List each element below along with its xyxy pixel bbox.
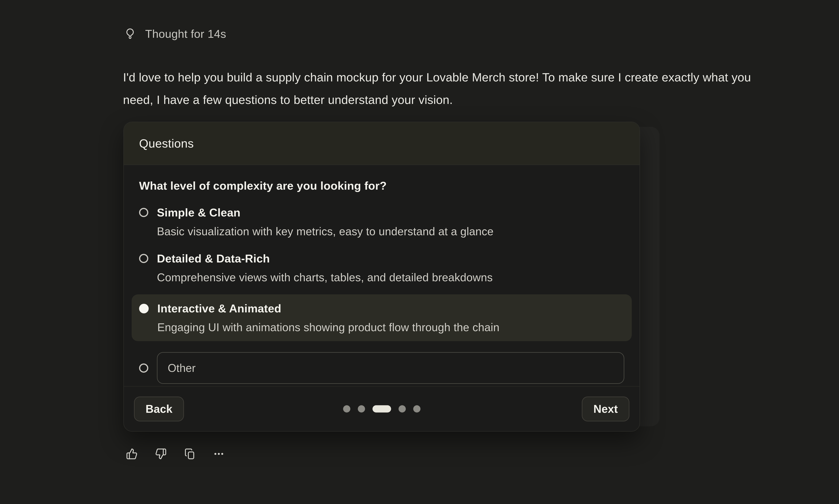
- option-simple-clean[interactable]: Simple & Clean Basic visualization with …: [139, 206, 624, 238]
- options-list: Simple & Clean Basic visualization with …: [139, 206, 624, 384]
- assistant-message: I'd love to help you build a supply chai…: [123, 66, 760, 111]
- option-description: Basic visualization with key metrics, ea…: [157, 225, 494, 238]
- thought-toggle[interactable]: Thought for 14s: [124, 28, 226, 40]
- option-other[interactable]: [139, 352, 624, 384]
- back-button[interactable]: Back: [134, 397, 184, 421]
- thought-label: Thought for 14s: [145, 28, 226, 39]
- option-interactive-animated[interactable]: Interactive & Animated Engaging UI with …: [132, 294, 632, 341]
- card-body: What level of complexity are you looking…: [124, 165, 640, 386]
- next-button[interactable]: Next: [582, 397, 629, 421]
- thumbs-up-icon: [126, 448, 138, 460]
- radio-unselected-icon[interactable]: [139, 208, 148, 217]
- radio-unselected-icon[interactable]: [139, 254, 148, 263]
- other-input[interactable]: [157, 352, 624, 384]
- card-footer: Back Next: [124, 386, 640, 431]
- card-header: Questions: [124, 122, 640, 165]
- option-label: Detailed & Data-Rich: [157, 252, 493, 265]
- progress-dot-active: [372, 406, 391, 413]
- progress-dot: [399, 406, 406, 413]
- copy-button[interactable]: [184, 448, 196, 460]
- option-description: Engaging UI with animations showing prod…: [157, 321, 500, 334]
- more-options-button[interactable]: [213, 448, 225, 460]
- option-label: Simple & Clean: [157, 206, 494, 219]
- thumbs-down-icon: [155, 448, 167, 460]
- progress-dot: [343, 406, 350, 413]
- radio-selected-icon[interactable]: [139, 304, 149, 313]
- card-title: Questions: [139, 137, 194, 150]
- progress-dots: [343, 406, 420, 413]
- thumbs-up-button[interactable]: [126, 448, 138, 460]
- option-text: Interactive & Animated Engaging UI with …: [157, 302, 500, 334]
- message-actions: [126, 448, 225, 460]
- progress-dot: [413, 406, 420, 413]
- option-description: Comprehensive views with charts, tables,…: [157, 271, 493, 284]
- radio-unselected-icon[interactable]: [139, 363, 148, 373]
- option-text: Detailed & Data-Rich Comprehensive views…: [157, 252, 493, 284]
- option-text: Simple & Clean Basic visualization with …: [157, 206, 494, 238]
- option-detailed-data-rich[interactable]: Detailed & Data-Rich Comprehensive views…: [139, 252, 624, 284]
- lightbulb-icon: [124, 28, 136, 40]
- option-label: Interactive & Animated: [157, 302, 500, 315]
- thumbs-down-button[interactable]: [155, 448, 167, 460]
- more-options-icon: [213, 448, 225, 460]
- progress-dot: [358, 406, 365, 413]
- copy-icon: [184, 448, 196, 460]
- questions-card: Questions What level of complexity are y…: [123, 122, 640, 432]
- question-text: What level of complexity are you looking…: [139, 179, 624, 192]
